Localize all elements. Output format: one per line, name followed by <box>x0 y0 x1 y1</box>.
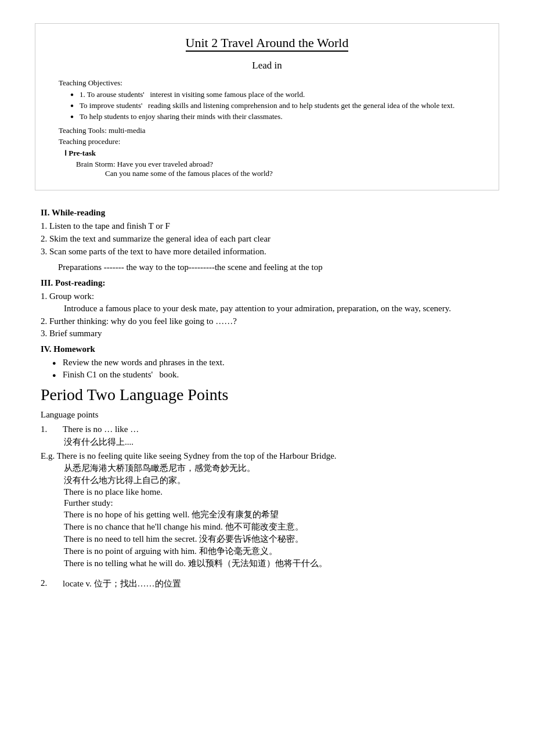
lang-extra-0: 没有什么地方比得上自己的家。 <box>41 475 493 486</box>
post-reading-header: III. Post-reading: <box>41 278 493 288</box>
while-reading-item-3: 3. Scan some parts of the text to have m… <box>41 247 493 257</box>
doc-subtitle: Lead in <box>59 60 475 71</box>
lang-point-2: 2. locate v. 位于；找出……的位置 <box>41 578 493 589</box>
while-reading-list: 1. Listen to the tape and finish T or F … <box>41 221 493 257</box>
post-item-2: 2. Further thinking: why do you feel lik… <box>41 316 493 326</box>
document-box: Unit 2 Travel Around the World Lead in T… <box>35 23 499 190</box>
lang-point-1-number: 1. There is no … like … <box>41 424 493 434</box>
language-points-label: Language points <box>41 410 493 420</box>
while-reading-item-2: 2. Skim the text and summarize the gener… <box>41 234 493 244</box>
lang-point-2-num: 2. <box>41 578 58 589</box>
lang-point-2-title: locate v. 位于；找出……的位置 <box>63 578 181 589</box>
objective-item-2: To improve students' reading skills and … <box>70 101 475 110</box>
homework-header: IV. Homework <box>41 344 493 354</box>
lang-extra-1: There is no place like home. <box>41 487 493 497</box>
prep-line: Preparations ------- the way to the top-… <box>41 262 493 272</box>
while-reading-item-1: 1. Listen to the tape and finish T or F <box>41 221 493 231</box>
teaching-objectives-label: Teaching Objectives: <box>59 78 475 88</box>
brainstorm: Brain Storm: Have you ever traveled abro… <box>64 160 475 178</box>
lang-extra-7: There is no telling what he will do. 难以预… <box>41 558 493 569</box>
lang-extra-5: There is no need to tell him the secret.… <box>41 534 493 545</box>
lang-extra-3: There is no hope of his getting well. 他完… <box>41 509 493 520</box>
post-reading-section: 1. Group work: Introduce a famous place … <box>41 291 493 339</box>
while-reading-header: II. While-reading <box>41 208 493 218</box>
objective-item-3: To help students to enjoy sharing their … <box>70 112 475 121</box>
teaching-tools: Teaching Tools: multi-media <box>59 126 475 135</box>
lang-point-1-title: There is no … like … <box>63 424 139 434</box>
brainstorm-line2: Can you name some of the famous places o… <box>76 169 475 178</box>
objective-item-1: 1. To arouse students' interest in visit… <box>70 90 475 99</box>
post-item-1-label: 1. Group work: <box>41 291 493 301</box>
doc-title-wrapper: Unit 2 Travel Around the World <box>59 35 475 56</box>
lang-point-1-example: E.g. There is no feeling quite like seei… <box>41 451 493 461</box>
period-two-title: Period Two Language Points <box>41 386 493 404</box>
pretask-section: Ⅰ Pre-task Brain Storm: Have you ever tr… <box>59 149 475 178</box>
doc-title: Unit 2 Travel Around the World <box>186 35 349 52</box>
lang-point-1-chinese: 没有什么比得上.... <box>41 437 493 448</box>
brainstorm-line1: Brain Storm: Have you ever traveled abro… <box>76 160 475 169</box>
main-content: II. While-reading 1. Listen to the tape … <box>35 208 499 589</box>
teaching-procedure: Teaching procedure: <box>59 137 475 146</box>
lang-point-2-number: 2. locate v. 位于；找出……的位置 <box>41 578 493 589</box>
homework-item-2: Finish C1 on the students' book. <box>52 370 493 380</box>
lang-extra-4: There is no chance that he'll change his… <box>41 521 493 532</box>
lang-point-1-num: 1. <box>41 424 58 434</box>
lang-point-1-example-chinese1: 从悉尼海港大桥顶部鸟瞰悉尼市，感觉奇妙无比。 <box>41 463 493 474</box>
lang-extra-6: There is no point of arguing with him. 和… <box>41 546 493 557</box>
post-item-1-indent: Introduce a famous place to your desk ma… <box>41 304 493 314</box>
pretask-header: Ⅰ Pre-task <box>64 149 475 158</box>
objectives-list: 1. To arouse students' interest in visit… <box>59 90 475 121</box>
homework-item-1: Review the new words and phrases in the … <box>52 358 493 368</box>
lang-point-1: 1. There is no … like … 没有什么比得上.... E.g.… <box>41 424 493 569</box>
post-item-3: 3. Brief summary <box>41 329 493 339</box>
lang-extra-2: Further study: <box>41 498 493 508</box>
homework-list: Review the new words and phrases in the … <box>41 358 493 380</box>
